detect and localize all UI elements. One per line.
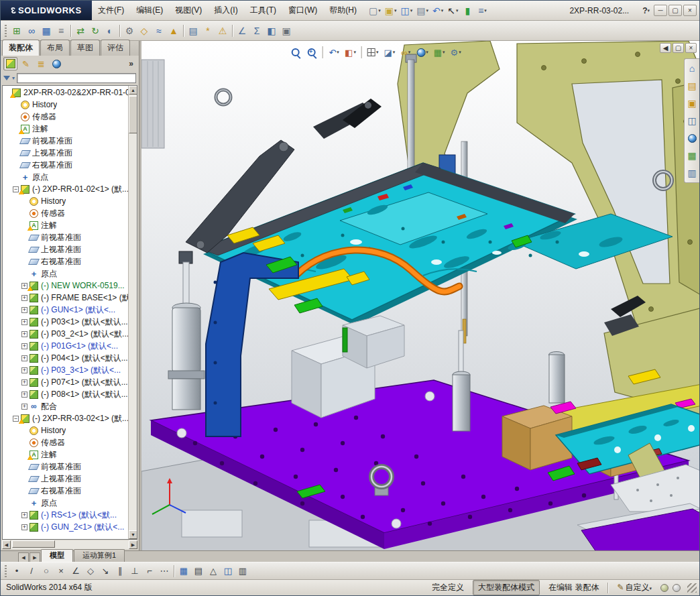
- instant3d-icon[interactable]: ▲: [166, 23, 181, 38]
- help-button[interactable]: ?▾: [638, 1, 654, 20]
- view-orientation-icon[interactable]: ▾: [365, 45, 381, 60]
- expand-icon[interactable]: +: [21, 319, 27, 325]
- tree-item[interactable]: 传感器: [3, 436, 128, 449]
- tree-item[interactable]: 上视基准面: [3, 147, 128, 159]
- minimize-button[interactable]: ─: [654, 5, 667, 16]
- 3d-viewport[interactable]: ↶▾◧▾▾◪▾∞▾▾▦▾⚙▾ ◀▢× ⌂▤▣◫▦▥: [141, 41, 699, 550]
- tree-item[interactable]: +(-) P03<1> (默认<默认...: [3, 316, 128, 328]
- panel-chevron-icon[interactable]: »: [126, 59, 136, 68]
- tree-item[interactable]: 上视基准面: [3, 473, 128, 485]
- view-palette-icon[interactable]: ◫: [685, 115, 698, 127]
- tab-scroll-right-icon[interactable]: ▶: [30, 552, 40, 562]
- hide-show-items-icon[interactable]: ∞▾: [398, 45, 413, 60]
- tab-scroll-left-icon[interactable]: ◀: [18, 552, 29, 562]
- tree-item[interactable]: +(-) P03_2<1> (默认<默...: [3, 328, 128, 340]
- scroll-left-icon[interactable]: ◀: [2, 540, 11, 549]
- expand-icon[interactable]: +: [21, 295, 27, 301]
- tree-item[interactable]: 前视基准面: [3, 231, 128, 243]
- circle-icon[interactable]: ○: [39, 564, 54, 579]
- display-style-icon[interactable]: ◪▾: [382, 45, 397, 60]
- zoom-area-icon[interactable]: [304, 45, 319, 60]
- expand-icon[interactable]: +: [21, 355, 27, 361]
- tree-item[interactable]: −(-) 2XP-RR-01-02<1> (默...: [3, 183, 128, 195]
- section-view-icon[interactable]: ◧▾: [343, 45, 358, 60]
- new-document-icon[interactable]: ▢▾: [367, 3, 383, 18]
- arrow-icon[interactable]: ↘: [98, 564, 113, 579]
- edit-mode-status[interactable]: 在编辑 装配体: [544, 581, 603, 595]
- menu-help[interactable]: 帮助(H): [323, 1, 363, 20]
- exploded-view-icon[interactable]: *: [200, 23, 215, 38]
- expand-icon[interactable]: +: [21, 392, 27, 398]
- tree-item[interactable]: 传感器: [3, 207, 128, 219]
- menu-insert[interactable]: 插入(I): [208, 1, 243, 20]
- tree-item[interactable]: +∞配合: [3, 400, 128, 412]
- appearances-icon[interactable]: [686, 132, 699, 144]
- triangle-icon[interactable]: △: [206, 564, 221, 579]
- scroll-track[interactable]: [129, 95, 137, 530]
- scroll-down-icon[interactable]: ▼: [129, 530, 137, 539]
- hatch-icon[interactable]: ▤: [191, 564, 206, 579]
- zoom-fit-icon[interactable]: [288, 45, 303, 60]
- resources-icon[interactable]: ⌂: [686, 62, 698, 74]
- line-icon[interactable]: /: [24, 564, 39, 579]
- pane-back-icon[interactable]: ◀: [660, 43, 671, 53]
- tree-item[interactable]: A注解: [3, 449, 128, 461]
- more-icon[interactable]: ⋯: [157, 564, 172, 579]
- edit-appearance-icon[interactable]: ▾: [414, 45, 430, 60]
- menu-view[interactable]: 视图(V): [169, 1, 208, 20]
- propertymanager-tab[interactable]: ✎: [19, 57, 33, 70]
- tree-item[interactable]: 右视基准面: [3, 485, 128, 497]
- tree-item[interactable]: +(-) P08<1> (默认<默认...: [3, 388, 128, 400]
- definition-status[interactable]: 完全定义: [427, 581, 469, 595]
- move-component-icon[interactable]: ⇄: [73, 23, 88, 38]
- interference-detection-icon[interactable]: ⚠: [215, 23, 230, 38]
- tree-horizontal-scrollbar[interactable]: ◀ ▶: [2, 540, 137, 549]
- expand-icon[interactable]: +: [21, 379, 27, 385]
- options-icon[interactable]: ≡▾: [475, 3, 489, 18]
- expand-icon[interactable]: +: [21, 524, 27, 530]
- close-button[interactable]: ×: [683, 5, 697, 16]
- mass-properties-icon[interactable]: Σ: [249, 23, 264, 38]
- angle-icon[interactable]: ∠: [68, 564, 83, 579]
- mate-icon[interactable]: ∞: [24, 23, 39, 38]
- select-cursor-icon[interactable]: ↖▾: [445, 3, 460, 18]
- smart-fasteners-icon[interactable]: ≡: [54, 23, 68, 38]
- tree-item[interactable]: History: [3, 424, 128, 436]
- tab-evaluate[interactable]: 评估: [101, 40, 130, 56]
- previous-view-icon[interactable]: ↶▾: [327, 45, 341, 60]
- insert-component-icon[interactable]: ⊞: [9, 23, 24, 38]
- tree-item[interactable]: +(-) P07<1> (默认<默认...: [3, 376, 128, 388]
- rotate-component-icon[interactable]: ↻: [88, 23, 103, 38]
- tree-item[interactable]: +(-) P04<1> (默认<默认...: [3, 352, 128, 364]
- curve-icon[interactable]: ≈: [152, 23, 166, 38]
- tree-item[interactable]: 前视基准面: [3, 135, 128, 147]
- measure-icon[interactable]: ∠: [235, 23, 249, 38]
- hscroll-thumb[interactable]: [12, 540, 55, 548]
- tree-item[interactable]: 右视基准面: [3, 159, 128, 171]
- menu-file[interactable]: 文件(F): [92, 1, 130, 20]
- custom-properties-icon[interactable]: ▥: [685, 167, 698, 179]
- hscroll-track[interactable]: [11, 540, 129, 549]
- view-settings-icon[interactable]: ⚙▾: [449, 45, 463, 60]
- expand-icon[interactable]: +: [21, 404, 27, 410]
- status-indicator-2-icon[interactable]: [673, 584, 681, 592]
- camera-view-icon[interactable]: ▣: [279, 23, 294, 38]
- assembly-features-icon[interactable]: ⚙: [122, 23, 137, 38]
- scroll-up-icon[interactable]: ▲: [129, 86, 137, 95]
- resize-grip[interactable]: [687, 583, 697, 593]
- collapse-icon[interactable]: −: [13, 186, 19, 192]
- toggle-icon[interactable]: ▮: [460, 3, 475, 18]
- expand-icon[interactable]: +: [21, 343, 27, 349]
- tree-item[interactable]: 前视基准面: [3, 461, 128, 473]
- point-icon[interactable]: •: [9, 564, 24, 579]
- bom-icon[interactable]: ▤: [186, 23, 200, 38]
- cross-icon[interactable]: ×: [54, 564, 68, 579]
- displaymanager-tab[interactable]: [50, 57, 64, 70]
- tab-assembly[interactable]: 装配体: [2, 40, 40, 56]
- collapse-icon[interactable]: −: [13, 416, 19, 422]
- scenes-icon[interactable]: ▦: [685, 150, 698, 162]
- design-library-icon[interactable]: ▤: [685, 80, 698, 92]
- featuremanager-tab[interactable]: [3, 57, 17, 70]
- tree-item[interactable]: +(-) NEW WORK-0519...: [3, 280, 128, 292]
- tree-item[interactable]: 右视基准面: [3, 255, 128, 267]
